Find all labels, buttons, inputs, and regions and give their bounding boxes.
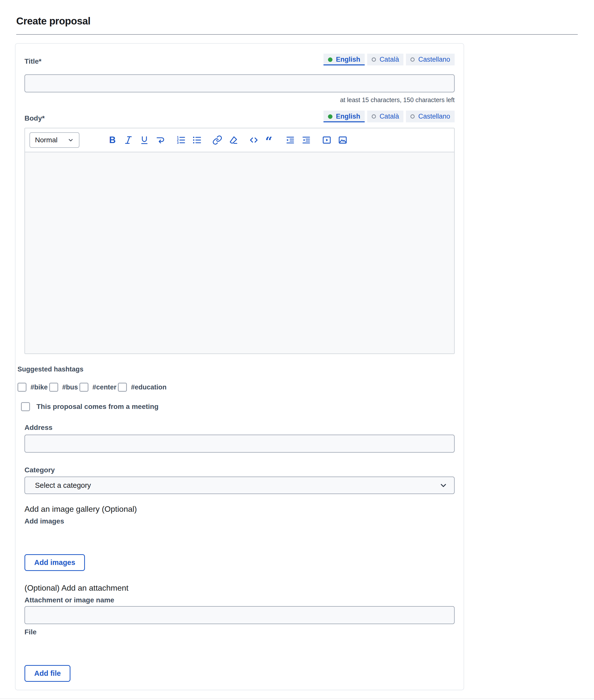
hashtag-label: #bus (62, 383, 78, 391)
title-language-tabs: EnglishCatalàCastellano (324, 54, 455, 65)
toolbar-unordered-list-button[interactable] (191, 135, 202, 145)
paragraph-style-select[interactable]: Normal (30, 132, 79, 148)
hashtag-label: #bike (30, 383, 48, 391)
editor-toolbar: Normal B 123 “ (25, 128, 454, 152)
add-file-button[interactable]: Add file (25, 665, 70, 682)
add-images-button[interactable]: Add images (25, 554, 85, 571)
hashtag-label: #center (92, 383, 117, 391)
toolbar-bold-button[interactable]: B (107, 135, 118, 145)
suggested-hashtags-heading: Suggested hashtags (18, 365, 455, 373)
language-radio-icon (410, 58, 415, 62)
hashtag-item-bus[interactable]: #bus (49, 383, 78, 392)
toolbar-blockquote-button[interactable]: “ (264, 135, 275, 145)
editor-tool-buttons: B 123 “ (107, 135, 348, 145)
hashtag-checkbox-bike[interactable] (18, 383, 27, 392)
language-tab-label: Català (380, 113, 399, 120)
body-language-tabs: EnglishCatalàCastellano (324, 111, 455, 122)
active-language-dot-icon (328, 114, 332, 119)
toolbar-clear-format-button[interactable] (228, 135, 239, 145)
language-radio-icon (372, 58, 376, 62)
toolbar-link-button[interactable] (212, 135, 223, 145)
language-tab-english[interactable]: English (324, 111, 365, 122)
language-radio-icon (372, 114, 376, 118)
language-tab-label: English (336, 56, 360, 63)
attachment-section-heading: (Optional) Add an attachment (25, 584, 455, 593)
language-tab-català[interactable]: Català (367, 54, 403, 65)
title-hint: at least 15 characters, 150 characters l… (25, 96, 455, 104)
link-icon (212, 135, 222, 145)
hashtag-item-center[interactable]: #center (79, 383, 117, 392)
meeting-checkbox-row[interactable]: This proposal comes from a meeting (21, 402, 455, 411)
language-tab-english[interactable]: English (324, 54, 365, 65)
toolbar-image-button[interactable] (337, 135, 348, 145)
hashtag-checkbox-row: #bike#bus#center#education (18, 383, 455, 392)
language-tab-label: Castellano (418, 56, 450, 63)
unordered-list-icon (192, 135, 202, 145)
page-title: Create proposal (16, 15, 594, 27)
hashtag-item-education[interactable]: #education (118, 383, 167, 392)
language-tab-label: Català (380, 56, 399, 63)
language-radio-icon (410, 114, 415, 118)
body-field-header: Body* EnglishCatalàCastellano (25, 111, 455, 122)
file-label: File (25, 628, 455, 636)
address-input[interactable] (25, 434, 455, 453)
category-label: Category (25, 466, 455, 474)
image-dropzone (25, 525, 455, 553)
hashtag-checkbox-bus[interactable] (49, 383, 58, 392)
gallery-section-heading: Add an image gallery (Optional) (25, 504, 455, 514)
proposal-form-card: Title* EnglishCatalàCastellano at least … (15, 43, 464, 690)
toolbar-indent-increase-button[interactable] (285, 135, 296, 145)
title-input[interactable] (25, 74, 455, 92)
hashtag-item-bike[interactable]: #bike (18, 383, 48, 392)
language-tab-label: English (336, 113, 360, 120)
title-label: Title* (25, 58, 41, 65)
toolbar-text-wrap-button[interactable] (155, 135, 166, 145)
toolbar-indent-decrease-button[interactable] (301, 135, 312, 145)
page-bottom-divider (0, 699, 594, 699)
body-editor-area[interactable] (25, 152, 454, 353)
suggested-hashtags-section: Suggested hashtags #bike#bus#center#educ… (18, 365, 455, 392)
meeting-checkbox[interactable] (21, 402, 30, 411)
meeting-checkbox-label: This proposal comes from a meeting (36, 403, 159, 411)
rich-text-editor: Normal B 123 “ (25, 128, 455, 354)
paragraph-style-value: Normal (35, 136, 58, 144)
hashtag-label: #education (131, 383, 167, 391)
svg-text:3: 3 (177, 141, 178, 145)
attachment-name-label: Attachment or image name (25, 596, 455, 604)
toolbar-italic-button[interactable] (123, 135, 134, 145)
code-icon (249, 135, 259, 145)
category-select-value: Select a category (35, 481, 91, 490)
title-field-header: Title* EnglishCatalàCastellano (25, 54, 455, 65)
file-dropzone (25, 636, 455, 664)
add-images-label: Add images (25, 517, 455, 525)
chevron-down-icon (67, 137, 74, 143)
language-tab-castellano[interactable]: Castellano (406, 111, 455, 122)
toolbar-video-button[interactable] (321, 135, 332, 145)
indent-increase-icon (285, 135, 295, 145)
underline-icon (139, 135, 150, 145)
address-label: Address (25, 424, 455, 432)
ordered-list-icon: 123 (176, 135, 186, 145)
toolbar-ordered-list-button[interactable]: 123 (175, 135, 186, 145)
indent-decrease-icon (301, 135, 311, 145)
image-icon (338, 135, 348, 145)
toolbar-underline-button[interactable] (139, 135, 150, 145)
eraser-icon (228, 135, 238, 145)
chevron-down-icon (439, 481, 448, 490)
attachment-name-input[interactable] (25, 606, 455, 624)
active-language-dot-icon (328, 58, 332, 62)
language-tab-castellano[interactable]: Castellano (406, 54, 455, 65)
svg-text:“: “ (265, 135, 272, 145)
video-icon (322, 135, 332, 145)
italic-icon (123, 135, 133, 145)
body-label: Body* (25, 114, 45, 122)
hashtag-checkbox-center[interactable] (79, 383, 89, 392)
category-select[interactable]: Select a category (25, 477, 455, 494)
hashtag-checkbox-education[interactable] (118, 383, 127, 392)
title-divider (16, 34, 578, 35)
text-wrap-icon (155, 135, 165, 145)
bold-icon: B (109, 135, 116, 145)
toolbar-code-button[interactable] (248, 135, 259, 145)
language-tab-català[interactable]: Català (367, 111, 403, 122)
language-tab-label: Castellano (418, 113, 450, 120)
